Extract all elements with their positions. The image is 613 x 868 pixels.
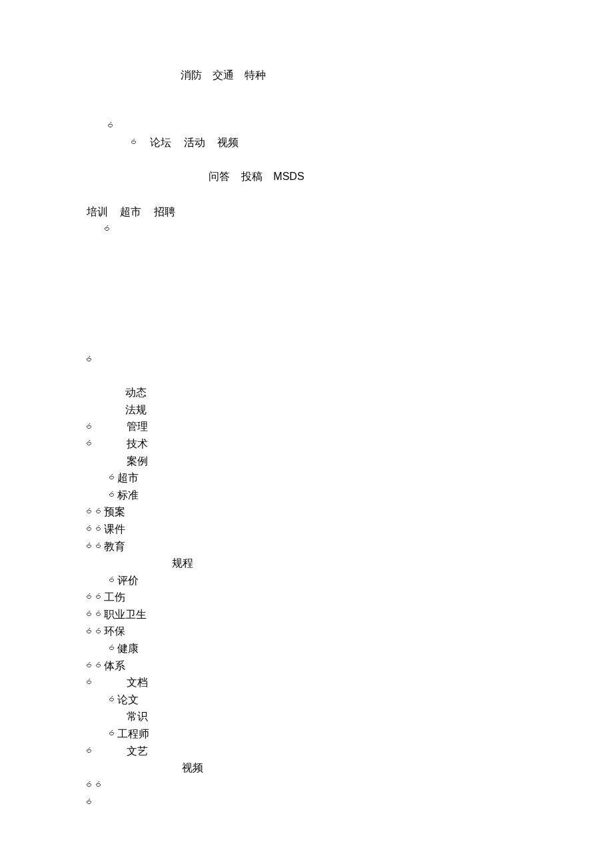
row-qa: 问答 投稿 MSDS [0,168,613,185]
link-education[interactable]: 教育 [104,541,125,552]
link-procedure[interactable]: 规程 [172,557,193,569]
list-item: 常识 [85,708,613,725]
bullet-icon: ෮ [85,541,93,553]
bullet-icon: ෮ [103,223,111,236]
link-fire[interactable]: 消防 [181,69,202,81]
list-item: 规程 [85,555,613,572]
bullet-row-1: ෮ [0,117,613,135]
link-traffic[interactable]: 交通 [213,69,234,81]
link-video[interactable]: 视频 [217,137,239,148]
bullet-icon: ෮ [85,626,93,639]
link-paper[interactable]: 论文 [117,694,139,705]
link-knowledge[interactable]: 常识 [127,711,148,722]
link-submit[interactable]: 投稿 [241,171,263,182]
list-item: ෮超市 [85,469,613,487]
list-item: ෮健康 [85,640,613,657]
bullet-icon: ෮ [95,506,103,519]
link-document[interactable]: 文档 [97,677,148,688]
bullet-row-2: ෮ [0,221,613,238]
link-activity[interactable]: 活动 [184,137,205,148]
list-item: ෮෮预案 [85,503,613,521]
link-video-2[interactable]: 视频 [182,762,203,773]
list-item: ෮෮ [85,777,613,794]
link-occupational-health[interactable]: 职业卫生 [104,609,147,620]
row-forum: ෮ 论坛 活动 视频 [0,134,613,151]
bullet-icon: ෮ [95,779,103,792]
link-news[interactable]: 动态 [125,387,147,398]
list-item: ෮ 文档 [85,674,613,691]
bullet-icon: ෮ [107,120,115,133]
list-item: ෮෮体系 [85,657,613,675]
bullet-icon: ෮ [85,421,93,434]
list-item: ෮标准 [85,487,613,504]
link-training[interactable]: 培训 [87,206,108,217]
list-item: 动态 [85,384,613,401]
top-row: 消防 交通 特种 [0,67,613,84]
bullet-icon: ෮ [95,541,103,553]
link-regulation[interactable]: 法规 [125,404,147,415]
bullet-icon: ෮ [85,745,93,758]
bullet-icon: ෮ [95,609,103,621]
list-item: ෮෮职业卫生 [85,606,613,623]
list-item: ෮ [85,793,613,811]
link-standard[interactable]: 标准 [117,489,139,501]
link-management[interactable]: 管理 [97,421,148,432]
list-item: 案例 [85,453,613,470]
link-courseware[interactable]: 课件 [104,523,125,535]
link-environment[interactable]: 环保 [104,625,125,637]
list-item: ෮ 管理 [85,418,613,435]
list-item: 视频 [85,759,613,777]
link-evaluation[interactable]: 评价 [117,575,139,586]
list-item: 法规 [85,401,613,419]
bullet-icon: ෮ [85,797,93,809]
bullet-icon: ෮ [108,489,116,502]
link-engineer[interactable]: 工程师 [117,728,149,739]
bullet-icon: ෮ [85,523,93,536]
bullet-icon: ෮ [108,694,116,707]
bullet-icon: ෮ [95,660,103,673]
list-item: ෮෮教育 [85,538,613,555]
bullet-icon: ෮ [85,591,93,604]
bullet-icon: ෮ [108,643,116,655]
link-forum[interactable]: 论坛 [150,137,171,148]
category-list: ෮ 动态 法规 ෮ 管理 ෮ 技术 案例 ෮超市 ෮标准 ෮෮预案 ෮෮课件 [0,351,613,811]
list-item: ෮工程师 [85,725,613,743]
bullet-icon: ෮ [85,506,93,519]
bullet-icon: ෮ [85,354,93,367]
bullet-icon: ෮ [85,609,93,621]
bullet-icon: ෮ [130,137,138,149]
list-item: ෮ 文艺 [85,743,613,760]
link-health[interactable]: 健康 [117,643,139,654]
list-item: ෮ 技术 [85,435,613,453]
list-item: ෮෮课件 [85,521,613,538]
link-plan[interactable]: 预案 [104,506,125,517]
bullet-icon: ෮ [108,728,116,741]
bullet-icon: ෮ [85,438,93,451]
bullet-icon: ෮ [95,591,103,604]
list-item: ෮论文 [85,691,613,709]
link-market[interactable]: 超市 [120,206,141,217]
link-msds[interactable]: MSDS [273,171,304,182]
link-supermarket[interactable]: 超市 [117,472,139,483]
list-item: ෮ [85,351,613,369]
link-injury[interactable]: 工伤 [104,591,125,603]
bullet-icon: ෮ [108,575,116,587]
link-qa[interactable]: 问答 [209,171,230,182]
link-special[interactable]: 特种 [245,69,266,81]
bullet-icon: ෮ [95,626,103,639]
bullet-icon: ෮ [85,677,93,689]
list-item: ෮෮环保 [85,623,613,640]
link-technology[interactable]: 技术 [97,438,148,449]
bullet-icon: ෮ [85,779,93,792]
list-item: ෮෮工伤 [85,589,613,606]
row-training: 培训 超市 招聘 [0,203,613,221]
bullet-icon: ෮ [108,472,116,485]
link-case[interactable]: 案例 [127,455,148,467]
list-item: ෮评价 [85,572,613,589]
bullet-icon: ෮ [95,523,103,536]
link-recruit[interactable]: 招聘 [154,206,175,217]
link-art[interactable]: 文艺 [97,745,148,757]
link-system[interactable]: 体系 [104,660,125,671]
bullet-icon: ෮ [85,660,93,673]
